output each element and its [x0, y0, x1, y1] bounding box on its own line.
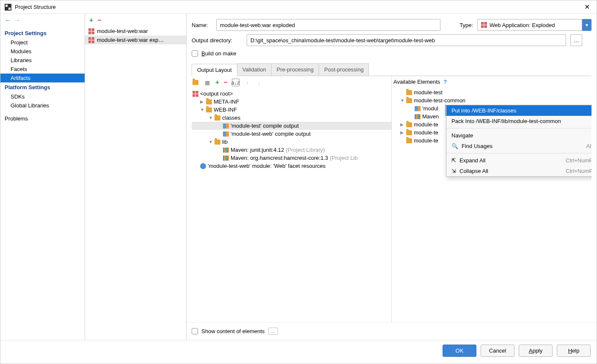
remove-artifact-icon[interactable]: −: [97, 16, 101, 24]
cancel-button[interactable]: Cancel: [481, 345, 514, 357]
new-folder-icon[interactable]: [192, 79, 199, 86]
library-icon: [223, 148, 229, 153]
folder-icon: [206, 107, 212, 112]
nav-section-project-settings: Project Settings: [0, 28, 85, 38]
type-value: Web Application: Exploded: [490, 22, 555, 28]
svg-rect-2: [8, 8, 11, 10]
help-icon[interactable]: ?: [443, 79, 447, 85]
ok-button[interactable]: OK: [443, 345, 476, 357]
dialog-footer: OK Cancel Apply Help: [0, 340, 597, 364]
module-icon: [223, 131, 229, 137]
artifact-editor-panel: Name: Type: Web Application: Exploded ▼ …: [187, 14, 597, 340]
expander-icon[interactable]: ▼: [400, 98, 404, 103]
expander-icon[interactable]: ▶: [400, 130, 404, 135]
output-tree-node[interactable]: 'module-test' compile output: [192, 122, 391, 130]
archive-icon: [193, 91, 198, 97]
show-content-label: Show content of elements: [201, 328, 265, 334]
expander-icon[interactable]: ▼: [200, 107, 204, 112]
type-select-box[interactable]: Web Application: Exploded: [477, 19, 582, 31]
available-element-node[interactable]: ▼module-test-common: [392, 96, 591, 104]
nav-item-artifacts[interactable]: Artifacts: [0, 74, 85, 82]
artifact-list-item[interactable]: module-test-web:war: [85, 27, 186, 36]
close-icon[interactable]: ✕: [582, 3, 592, 11]
collapse-all-icon: ⇲: [451, 168, 456, 174]
folder-icon: [406, 138, 412, 143]
archive-icon: [88, 37, 94, 43]
shortcut-label: Ctrl+NumP: [566, 168, 591, 174]
apply-button[interactable]: Apply: [519, 345, 553, 357]
show-content-config-icon[interactable]: …: [268, 328, 278, 335]
context-menu-item[interactable]: ⇱Expand AllCtrl+NumP: [446, 155, 591, 166]
back-arrow-icon[interactable]: ←: [5, 16, 11, 24]
left-nav-panel: ← → Project Settings Project Modules Lib…: [0, 14, 85, 340]
sort-az-icon[interactable]: a↓z: [232, 79, 239, 86]
app-icon: [5, 4, 11, 11]
tab-pre-processing[interactable]: Pre-processing: [271, 63, 319, 76]
tab-post-processing[interactable]: Post-processing: [319, 63, 369, 76]
remove-item-icon[interactable]: −: [223, 79, 227, 86]
output-root-node[interactable]: <output root>: [192, 90, 391, 98]
window-title: Project Structure: [15, 4, 56, 10]
help-button[interactable]: Help: [557, 345, 591, 357]
expander-icon[interactable]: ▶: [200, 99, 204, 104]
folder-icon: [406, 90, 412, 95]
available-elements-header: Available Elements: [393, 79, 440, 85]
folder-icon: [206, 99, 212, 104]
build-on-make-label: Build on make: [201, 50, 236, 57]
title-bar: Project Structure ✕: [0, 0, 597, 14]
archive-icon: [481, 22, 487, 28]
add-artifact-icon[interactable]: +: [89, 16, 93, 24]
output-tree-node[interactable]: ▶META-INF: [192, 98, 391, 106]
move-up-icon[interactable]: ↑: [244, 79, 251, 86]
output-tree-node[interactable]: Maven: org.hamcrest:hamcrest-core:1.3 (P…: [192, 154, 391, 162]
expander-icon[interactable]: ▼: [209, 140, 213, 144]
nav-item-libraries[interactable]: Libraries: [0, 56, 85, 65]
nav-item-facets[interactable]: Facets: [0, 65, 85, 74]
module-icon: [415, 106, 421, 111]
expander-icon[interactable]: ▼: [209, 115, 213, 120]
name-label: Name:: [192, 22, 212, 28]
output-tree-node[interactable]: 'module-test-web' compile output: [192, 130, 391, 138]
nav-item-problems[interactable]: Problems: [0, 114, 85, 123]
nav-item-global-libraries[interactable]: Global Libraries: [0, 101, 85, 110]
artifact-tabs: Output Layout Validation Pre-processing …: [192, 63, 591, 76]
output-dir-browse-icon[interactable]: …: [570, 34, 582, 46]
move-down-icon[interactable]: ↓: [256, 79, 263, 86]
expander-icon[interactable]: ▶: [400, 122, 404, 127]
output-tree-node[interactable]: ▼WEB-INF: [192, 106, 391, 114]
folder-icon: [406, 98, 412, 103]
artifact-name-input[interactable]: [216, 19, 440, 31]
folder-icon: [406, 130, 412, 135]
folder-icon: [215, 140, 220, 145]
output-tree-node[interactable]: 'module-test-web' module: 'Web' facet re…: [192, 162, 391, 170]
output-tree-node[interactable]: Maven: junit:junit:4.12 (Project Library…: [192, 146, 391, 154]
output-tree-node[interactable]: ▼classes: [192, 114, 391, 122]
svg-rect-1: [6, 5, 8, 7]
add-copy-icon[interactable]: +: [215, 79, 219, 86]
tab-validation[interactable]: Validation: [237, 63, 272, 76]
artifact-list-item[interactable]: module-test-web:war exp…: [85, 36, 186, 44]
output-dir-input[interactable]: [247, 34, 566, 46]
show-content-checkbox[interactable]: [192, 328, 198, 334]
context-menu-item[interactable]: ⇲Collapse AllCtrl+NumP: [446, 166, 591, 176]
context-menu: Put into /WEB-INF/classesPack Into /WEB-…: [446, 105, 591, 177]
build-on-make-checkbox[interactable]: [192, 50, 198, 57]
library-icon: [223, 156, 229, 161]
nav-item-project[interactable]: Project: [0, 38, 85, 47]
library-icon: [415, 114, 421, 119]
available-element-node[interactable]: module-test: [392, 88, 591, 96]
search-icon: 🔍: [451, 143, 458, 149]
context-menu-item[interactable]: Pack Into /WEB-INF/lib/module-test-commo…: [446, 116, 591, 126]
new-archive-icon[interactable]: ▦: [204, 79, 211, 86]
nav-item-sdks[interactable]: SDKs: [0, 92, 85, 101]
nav-section-platform-settings: Platform Settings: [0, 82, 85, 92]
type-dropdown-icon[interactable]: ▼: [582, 19, 591, 31]
nav-item-modules[interactable]: Modules: [0, 47, 85, 56]
tab-output-layout[interactable]: Output Layout: [192, 64, 237, 76]
forward-arrow-icon[interactable]: →: [14, 16, 21, 24]
output-tree-node[interactable]: ▼lib: [192, 138, 391, 146]
context-menu-item[interactable]: Put into /WEB-INF/classes: [446, 105, 591, 116]
context-menu-item[interactable]: Navigate: [446, 130, 591, 141]
context-menu-item[interactable]: 🔍Find UsagesAlt: [446, 141, 591, 151]
artifacts-list-panel: + − module-test-web:warmodule-test-web:w…: [85, 14, 187, 340]
